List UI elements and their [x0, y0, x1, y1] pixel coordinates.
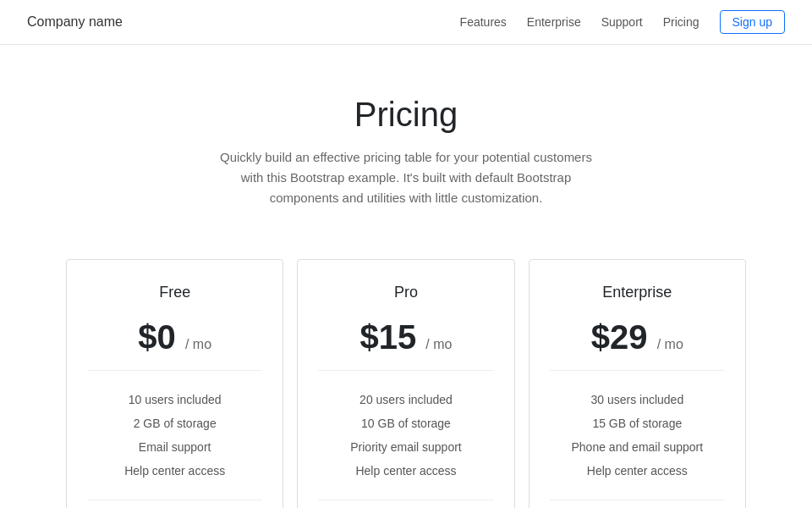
hero-section: Pricing Quickly build an effective prici… [0, 45, 812, 242]
plan-features: 30 users included15 GB of storagePhone a… [550, 388, 725, 483]
plan-name: Pro [318, 284, 493, 301]
pricing-card-enterprise: Enterprise$29 / mo30 users included15 GB… [529, 259, 746, 508]
hero-description: Quickly build an effective pricing table… [211, 147, 601, 208]
pricing-cards: Free$0 / mo10 users included2 GB of stor… [25, 242, 787, 508]
pricing-card-free: Free$0 / mo10 users included2 GB of stor… [66, 259, 283, 508]
plan-features: 20 users included10 GB of storagePriorit… [318, 388, 493, 483]
nav-links: Features Enterprise Support Pricing Sign… [460, 10, 785, 34]
plan-price: $29 / mo [550, 318, 725, 356]
plan-name: Enterprise [550, 284, 725, 301]
nav-enterprise[interactable]: Enterprise [527, 15, 581, 29]
plan-price: $0 / mo [87, 318, 262, 356]
navbar: Company name Features Enterprise Support… [0, 0, 812, 45]
nav-features[interactable]: Features [460, 15, 507, 29]
plan-price: $15 / mo [318, 318, 493, 356]
brand-name: Company name [27, 14, 123, 30]
nav-pricing[interactable]: Pricing [663, 15, 700, 29]
nav-support[interactable]: Support [601, 15, 643, 29]
pricing-card-pro: Pro$15 / mo20 users included10 GB of sto… [297, 259, 514, 508]
page-title: Pricing [17, 96, 795, 134]
plan-features: 10 users included2 GB of storageEmail su… [87, 388, 262, 483]
signup-button[interactable]: Sign up [720, 10, 785, 34]
plan-name: Free [87, 284, 262, 301]
